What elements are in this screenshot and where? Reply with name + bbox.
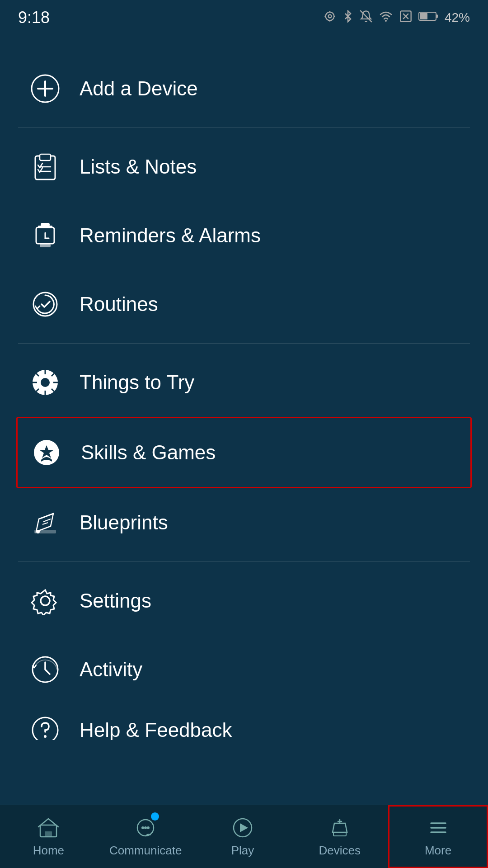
svg-rect-18 [40, 154, 51, 160]
svg-point-1 [326, 12, 334, 20]
menu-item-things-to-try[interactable]: Things to Try [18, 348, 470, 417]
reminders-alarms-icon [27, 217, 63, 254]
svg-line-6 [360, 10, 372, 22]
svg-point-49 [44, 735, 47, 738]
svg-marker-58 [333, 823, 347, 832]
menu-item-activity[interactable]: Activity [18, 635, 470, 704]
battery-icon [418, 10, 438, 25]
things-to-try-label: Things to Try [80, 371, 194, 394]
add-device-icon [27, 71, 63, 107]
play-nav-label: Play [231, 844, 254, 858]
bluetooth-icon [343, 10, 353, 26]
skills-games-icon [28, 434, 65, 471]
home-nav-icon [36, 816, 61, 840]
svg-point-53 [141, 826, 144, 829]
location-icon [324, 10, 336, 26]
devices-nav-icon [328, 816, 352, 840]
svg-point-42 [36, 530, 40, 533]
nav-item-home[interactable]: Home [0, 805, 97, 868]
menu-item-skills-games[interactable]: Skills & Games [16, 417, 472, 488]
svg-point-55 [147, 826, 150, 829]
svg-rect-12 [420, 13, 427, 19]
more-nav-label: More [425, 844, 451, 858]
svg-marker-57 [240, 823, 248, 832]
svg-line-44 [42, 523, 48, 524]
settings-icon [27, 583, 63, 619]
menu-item-routines[interactable]: Routines [18, 270, 470, 339]
notification-muted-icon [360, 10, 372, 26]
help-feedback-label: Help & Feedback [80, 719, 232, 740]
routines-icon [27, 286, 63, 322]
menu-item-blueprints[interactable]: Blueprints [18, 488, 470, 557]
menu-list: Add a Device Lists & Notes [0, 54, 488, 740]
svg-point-7 [385, 20, 387, 22]
nav-item-play[interactable]: Play [194, 805, 291, 868]
svg-line-40 [39, 514, 53, 519]
menu-item-help-partial[interactable]: Help & Feedback [18, 704, 470, 740]
svg-line-43 [43, 519, 51, 522]
svg-point-46 [41, 596, 50, 605]
routines-label: Routines [80, 293, 158, 316]
skills-games-label: Skills & Games [81, 441, 216, 464]
things-to-try-icon [27, 364, 63, 401]
help-icon [27, 712, 63, 740]
svg-rect-26 [40, 244, 51, 247]
status-icons: 42% [324, 10, 470, 26]
divider-2 [18, 343, 470, 344]
divider-3 [18, 561, 470, 562]
reminders-alarms-label: Reminders & Alarms [80, 224, 261, 247]
battery-percentage: 42% [445, 10, 470, 25]
menu-item-reminders-alarms[interactable]: Reminders & Alarms [18, 201, 470, 270]
blueprints-label: Blueprints [80, 511, 168, 534]
svg-point-29 [41, 378, 50, 387]
nav-item-more[interactable]: More [388, 805, 488, 868]
lists-notes-icon [27, 149, 63, 185]
menu-item-settings[interactable]: Settings [18, 566, 470, 635]
menu-item-add-device[interactable]: Add a Device [18, 54, 470, 123]
play-nav-icon [230, 816, 255, 840]
x-box-icon [399, 10, 412, 26]
blueprints-icon [27, 505, 63, 541]
svg-rect-51 [45, 831, 52, 837]
svg-point-0 [328, 14, 331, 18]
nav-item-communicate[interactable]: Communicate [97, 805, 194, 868]
menu-item-lists-notes[interactable]: Lists & Notes [18, 132, 470, 201]
activity-icon [27, 651, 63, 688]
add-device-label: Add a Device [80, 77, 198, 100]
settings-label: Settings [80, 590, 151, 612]
activity-label: Activity [80, 658, 142, 681]
status-time: 9:18 [18, 8, 50, 27]
devices-nav-label: Devices [319, 844, 361, 858]
home-nav-label: Home [33, 844, 64, 858]
communicate-nav-label: Communicate [109, 844, 182, 858]
lists-notes-label: Lists & Notes [80, 156, 197, 178]
more-nav-icon [426, 816, 450, 840]
nav-item-devices[interactable]: Devices [291, 805, 388, 868]
bottom-nav: Home Communicate Play [0, 805, 488, 868]
divider-1 [18, 127, 470, 128]
communicate-badge [151, 812, 159, 821]
status-bar: 9:18 [0, 0, 488, 32]
svg-rect-13 [436, 14, 438, 18]
wifi-icon [379, 10, 393, 26]
svg-point-54 [144, 826, 147, 829]
